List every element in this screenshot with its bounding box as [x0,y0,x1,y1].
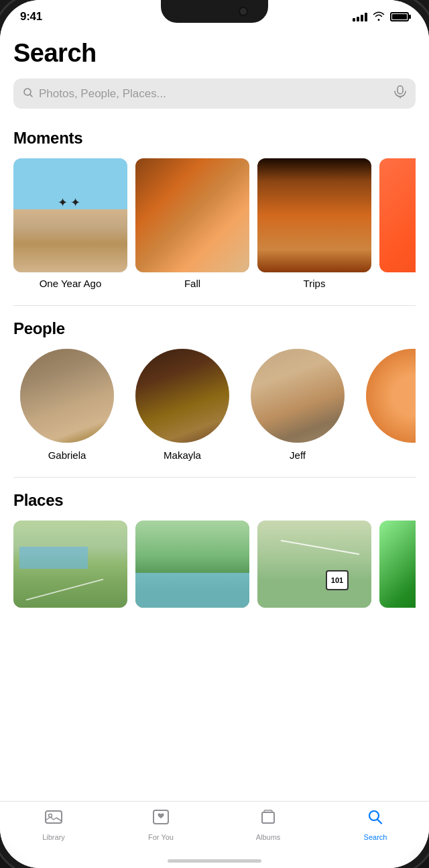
svg-rect-1 [397,86,403,94]
tab-bar: Library For You Albums [0,801,429,868]
moment-thumb-extra [379,158,416,272]
person-gabriela[interactable]: Gabriela [13,349,121,461]
main-content: Search Photos, People, Places... Moments [0,34,429,801]
tab-albums-label: Albums [256,833,281,841]
place-thumb-coastal [135,521,249,608]
status-time: 9:41 [20,10,42,23]
signal-icon [353,12,367,21]
moment-trips[interactable]: Trips [257,158,371,289]
place-extra[interactable] [379,521,416,608]
moment-label-2: Trips [257,278,371,289]
moment-extra[interactable] [379,158,416,289]
phone-frame: 9:41 Search [0,0,429,868]
person-name-0: Gabriela [48,449,86,461]
tab-search[interactable]: Search [322,808,429,841]
moment-thumb-fall [135,158,249,272]
highway-badge: 101 [326,570,349,590]
divider-2 [13,477,416,478]
moment-label-1: Fall [135,278,249,289]
people-row: Gabriela Makayla Jeff [13,349,416,464]
avatar-jeff [251,349,345,443]
search-bar[interactable]: Photos, People, Places... [13,78,416,109]
person-extra[interactable] [359,349,416,461]
page-title: Search [13,39,416,68]
search-placeholder: Photos, People, Places... [39,87,389,101]
battery-icon [390,12,409,21]
notch-camera [239,7,248,16]
places-title: Places [13,491,416,510]
tab-for-you-icon [151,808,170,830]
tab-library-icon [44,808,63,830]
svg-rect-6 [264,810,272,812]
divider-1 [13,305,416,306]
moment-label-0: One Year Ago [13,278,127,289]
home-indicator [168,859,261,863]
moment-one-year-ago[interactable]: One Year Ago [13,158,127,289]
places-row: 101 [13,521,416,610]
microphone-icon[interactable] [394,85,406,102]
tab-search-label: Search [364,833,387,841]
svg-rect-5 [262,812,274,823]
moment-thumb-desert [13,158,127,272]
tab-for-you[interactable]: For You [107,808,214,841]
moment-thumb-trips [257,158,371,272]
place-coastal[interactable] [135,521,249,608]
notch-speaker [226,9,231,14]
place-thumb-extra [379,521,416,608]
place-highway[interactable]: 101 [257,521,371,608]
tab-albums-icon [259,808,278,830]
search-bar-search-icon [23,87,34,101]
svg-rect-2 [46,811,62,823]
people-title: People [13,319,416,338]
wifi-icon [373,11,385,23]
tab-library-label: Library [42,833,65,841]
place-thumb-la [13,521,127,608]
moments-title: Moments [13,129,416,148]
moment-fall[interactable]: Fall [135,158,249,289]
avatar-gabriela [20,349,114,443]
place-thumb-highway: 101 [257,521,371,608]
tab-albums[interactable]: Albums [214,808,322,841]
person-name-2: Jeff [290,449,306,461]
avatar-extra [366,349,416,443]
status-icons [353,11,409,23]
notch [161,0,268,23]
person-name-1: Makayla [164,449,201,461]
avatar-makayla [135,349,229,443]
tab-library[interactable]: Library [0,808,107,841]
tab-for-you-label: For You [148,833,174,841]
tab-search-icon [366,808,385,830]
place-la[interactable] [13,521,127,608]
person-jeff[interactable]: Jeff [244,349,351,461]
moments-row: One Year Ago Fall Trips [13,158,416,292]
person-makayla[interactable]: Makayla [129,349,236,461]
